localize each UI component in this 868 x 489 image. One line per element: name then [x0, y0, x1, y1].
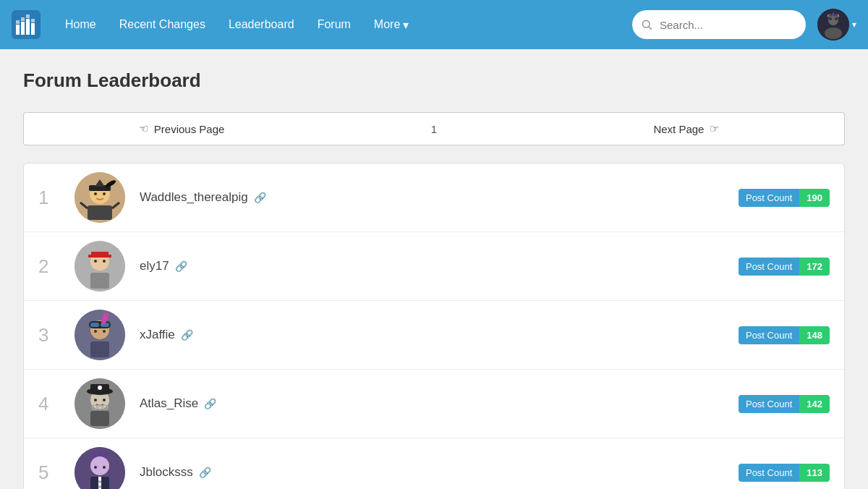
nav-recent-changes[interactable]: Recent Changes — [109, 12, 216, 37]
svg-point-65 — [103, 466, 106, 469]
badge-count: 142 — [799, 395, 830, 413]
svg-point-26 — [103, 192, 106, 195]
avatar — [75, 241, 125, 292]
svg-rect-2 — [16, 20, 20, 24]
rank-number: 1 — [38, 187, 75, 209]
svg-rect-46 — [90, 341, 109, 357]
rank-number: 3 — [38, 324, 75, 346]
svg-rect-8 — [31, 19, 35, 22]
svg-point-68 — [98, 480, 101, 483]
badge-count: 148 — [799, 326, 830, 344]
post-count-badge: Post Count 172 — [739, 258, 830, 276]
post-count-badge: Post Count 148 — [739, 326, 830, 344]
badge-label: Post Count — [739, 189, 799, 207]
next-icon: ☞ — [710, 122, 719, 135]
logo-icon — [12, 10, 41, 39]
nav-links: Home Recent Changes Leaderboard Forum Mo… — [55, 12, 419, 38]
svg-point-52 — [98, 386, 102, 390]
svg-point-69 — [98, 485, 101, 488]
logo[interactable] — [12, 10, 49, 39]
user-avatar-wrapper[interactable]: ▾ — [817, 9, 856, 41]
svg-point-64 — [94, 466, 97, 469]
post-count-badge: Post Count 190 — [739, 189, 830, 207]
profile-link-icon[interactable]: 🔗 — [254, 192, 266, 203]
table-row: 4 Atlas_Rise 🔗 Post Count 142 — [24, 370, 844, 438]
avatar — [75, 378, 125, 429]
next-page-button[interactable]: Next Page ☞ — [529, 112, 845, 145]
post-count-badge: Post Count 113 — [739, 464, 830, 482]
svg-point-36 — [103, 260, 106, 263]
table-row: 3 xJaffie 🔗 Post Count 148 — [24, 301, 844, 370]
svg-rect-3 — [21, 22, 25, 35]
avatar — [75, 310, 125, 360]
svg-line-10 — [649, 27, 652, 30]
svg-point-13 — [825, 27, 842, 39]
prev-icon: ☜ — [139, 122, 148, 135]
badge-label: Post Count — [739, 326, 799, 344]
avatar — [75, 447, 125, 489]
rank-number: 2 — [38, 255, 75, 278]
badge-label: Post Count — [739, 258, 799, 276]
search-icon — [641, 19, 652, 30]
svg-point-53 — [94, 399, 97, 401]
profile-link-icon[interactable]: 🔗 — [175, 260, 187, 272]
username: ely17 🔗 — [140, 259, 739, 273]
avatar — [817, 9, 849, 41]
svg-rect-6 — [26, 14, 30, 18]
svg-rect-34 — [88, 255, 111, 258]
username: Atlas_Rise 🔗 — [140, 396, 739, 411]
badge-label: Post Count — [739, 395, 799, 413]
chevron-down-icon: ▾ — [403, 18, 409, 32]
svg-rect-5 — [26, 19, 30, 35]
avatar — [75, 172, 125, 223]
profile-link-icon[interactable]: 🔗 — [181, 329, 193, 341]
badge-count: 113 — [799, 464, 830, 482]
svg-rect-4 — [21, 17, 25, 21]
table-row: 2 ely17 🔗 Post Count 172 — [24, 232, 844, 301]
profile-link-icon[interactable]: 🔗 — [199, 467, 211, 478]
nav-leaderboard[interactable]: Leaderboard — [218, 12, 305, 37]
page-title: Forum Leaderboard — [23, 69, 845, 92]
search-wrapper — [632, 10, 806, 39]
current-page-indicator: 1 — [339, 112, 529, 145]
username: Jblocksss 🔗 — [140, 465, 739, 480]
svg-point-15 — [835, 17, 838, 20]
profile-link-icon[interactable]: 🔗 — [204, 398, 216, 409]
svg-point-45 — [103, 330, 106, 333]
svg-point-60 — [90, 456, 109, 475]
table-row: 5 Jblocksss 🔗 Post Count 113 — [24, 438, 844, 489]
badge-count: 190 — [799, 189, 830, 207]
post-count-badge: Post Count 142 — [739, 395, 830, 413]
search-input[interactable] — [632, 10, 806, 39]
prev-page-button[interactable]: ☜ Previous Page — [23, 112, 339, 145]
table-row: 1 Waddles_therealpig 🔗 Post Count 190 — [24, 163, 844, 232]
rank-number: 4 — [38, 393, 75, 415]
username: Waddles_therealpig 🔗 — [140, 190, 739, 205]
rank-number: 5 — [38, 462, 75, 484]
svg-point-14 — [829, 17, 832, 20]
navbar: Home Recent Changes Leaderboard Forum Mo… — [0, 0, 868, 49]
svg-rect-41 — [90, 323, 99, 327]
page-content: Forum Leaderboard ☜ Previous Page 1 Next… — [0, 49, 868, 489]
svg-rect-27 — [88, 205, 112, 220]
svg-point-35 — [94, 260, 97, 263]
badge-count: 172 — [799, 258, 830, 276]
username: xJaffie 🔗 — [140, 328, 739, 342]
nav-home[interactable]: Home — [55, 12, 106, 37]
svg-rect-1 — [16, 25, 20, 35]
svg-point-54 — [103, 399, 106, 401]
leaderboard-table: 1 Waddles_therealpig 🔗 Post Count 190 2 — [23, 163, 845, 489]
badge-label: Post Count — [739, 464, 799, 482]
svg-rect-55 — [90, 411, 109, 426]
svg-rect-7 — [31, 23, 35, 35]
svg-rect-37 — [90, 273, 109, 289]
nav-forum[interactable]: Forum — [307, 12, 361, 37]
nav-more[interactable]: More ▾ — [364, 12, 419, 38]
svg-point-44 — [94, 330, 97, 333]
pagination: ☜ Previous Page 1 Next Page ☞ — [23, 112, 845, 145]
avatar-chevron-icon: ▾ — [852, 20, 856, 30]
svg-point-25 — [94, 192, 97, 195]
avatar-image — [817, 9, 849, 41]
